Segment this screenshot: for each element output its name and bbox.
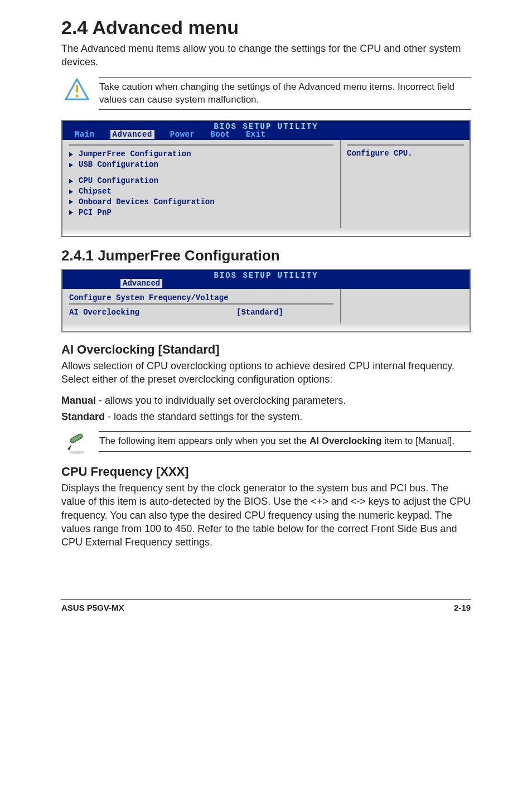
chevron-right-icon: [69, 210, 73, 215]
svg-marker-5: [67, 445, 71, 450]
bios-screenshot-advanced: BIOS SETUP UTILITY Main Advanced Power B…: [61, 120, 471, 236]
chevron-right-icon: [69, 200, 73, 204]
caution-block: Take caution when changing the settings …: [61, 77, 471, 110]
svg-point-2: [76, 94, 79, 97]
bios-tabs: Main Advanced Power Boot Exit: [66, 130, 466, 139]
bios-item-label: CPU Configuration: [79, 176, 158, 186]
svg-point-3: [69, 451, 85, 454]
bios-tab-power: Power: [170, 130, 195, 139]
bios-item-label: JumperFree Configuration: [79, 149, 191, 160]
bios-row-value: [Standard]: [236, 308, 283, 317]
bios-item-label: PCI PnP: [79, 207, 112, 218]
bios-tab-advanced: Advanced: [110, 130, 154, 139]
bios-item: Onboard Devices Configuration: [69, 197, 333, 207]
option-standard: Standard - loads the standard settings f…: [61, 410, 471, 423]
setting-desc: Allows selection of CPU overclocking opt…: [61, 359, 471, 386]
bios-item: JumperFree Configuration: [69, 149, 333, 160]
setting-title-cpu: CPU Frequency [XXX]: [61, 465, 471, 479]
intro-paragraph: The Advanced menu items allow you to cha…: [61, 42, 471, 69]
footer-left: ASUS P5GV-MX: [61, 603, 124, 612]
bios-item-label: USB Configuration: [79, 160, 158, 170]
footer-right: 2-19: [454, 603, 471, 612]
bios-item-label: Onboard Devices Configuration: [79, 197, 215, 207]
info-text: The following item appears only when you…: [99, 431, 471, 452]
bios-tab-exit: Exit: [246, 130, 266, 139]
bios-item: USB Configuration: [69, 160, 333, 170]
info-block: The following item appears only when you…: [61, 431, 471, 455]
page-footer: ASUS P5GV-MX 2-19: [61, 599, 471, 612]
caution-text: Take caution when changing the settings …: [99, 77, 471, 110]
chevron-right-icon: [69, 163, 73, 167]
svg-rect-4: [70, 433, 84, 444]
chevron-right-icon: [69, 152, 73, 157]
bios-subheading: Configure System Frequency/Voltage: [69, 291, 333, 303]
bios-row-label: AI Overclocking: [69, 308, 236, 317]
bios-row: AI Overclocking [Standard]: [69, 308, 333, 317]
bios-screenshot-jumperfree: BIOS SETUP UTILITY Advanced Configure Sy…: [61, 269, 471, 332]
subsection-title: 2.4.1 JumperFree Configuration: [61, 247, 471, 264]
pencil-icon: [65, 432, 89, 455]
chevron-right-icon: [69, 190, 73, 194]
chevron-right-icon: [69, 179, 73, 183]
option-manual: Manual - allows you to individually set …: [61, 394, 471, 407]
bios-item-label: Chipset: [79, 186, 112, 197]
caution-icon: [65, 78, 89, 100]
bios-item: CPU Configuration: [69, 176, 333, 186]
setting-title: AI Overclocking [Standard]: [61, 342, 471, 357]
bios-tab-main: Main: [75, 130, 95, 139]
svg-rect-1: [76, 85, 78, 93]
bios-item: Chipset: [69, 186, 333, 197]
bios-help-text: Configure CPU.: [347, 149, 464, 158]
bios-tab-advanced: Advanced: [120, 279, 162, 288]
bios-tab-boot: Boot: [210, 130, 230, 139]
bios-item: PCI PnP: [69, 207, 333, 218]
page-title: 2.4 Advanced menu: [61, 17, 471, 38]
setting-desc-cpu: Displays the frequency sent by the clock…: [61, 481, 471, 549]
